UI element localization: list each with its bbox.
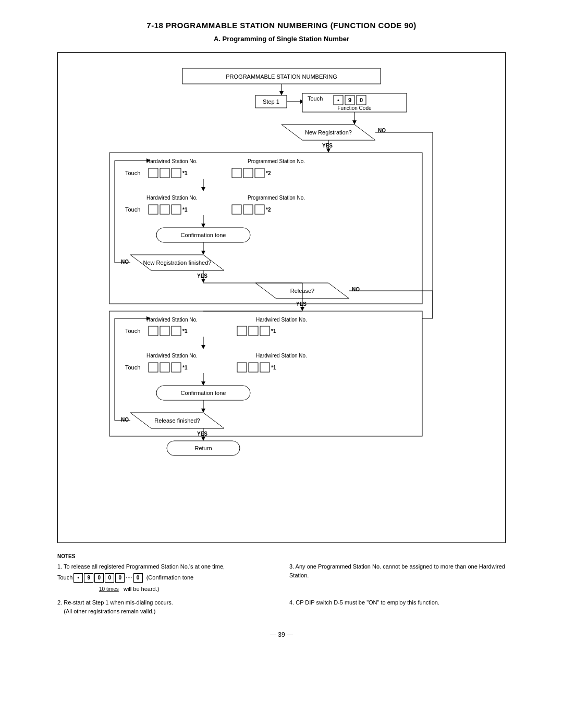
note1-key-0a: 0	[94, 573, 104, 583]
svg-text:Touch: Touch	[125, 170, 140, 176]
svg-text:0: 0	[360, 97, 363, 103]
svg-rect-50	[255, 205, 264, 214]
svg-marker-118	[201, 437, 205, 441]
note1-key-0b: 0	[105, 573, 114, 583]
svg-rect-86	[237, 326, 247, 336]
svg-text:*2: *2	[266, 170, 271, 176]
svg-text:Hardwired Station No.: Hardwired Station No.	[256, 317, 307, 323]
svg-text:*1: *1	[182, 170, 188, 176]
svg-rect-101	[260, 363, 270, 372]
svg-marker-77	[300, 307, 304, 311]
svg-text:Programmed Station No.: Programmed Station No.	[248, 158, 305, 164]
svg-rect-96	[160, 363, 169, 372]
note-4: 4. CP DIP switch D-5 must be "ON" to emp…	[289, 598, 506, 615]
svg-text:Hardwired Station No.: Hardwired Station No.	[146, 317, 198, 323]
svg-text:Hardwired Station No.: Hardwired Station No.	[256, 353, 307, 359]
svg-rect-35	[232, 168, 241, 178]
svg-rect-95	[149, 363, 158, 372]
svg-rect-100	[249, 363, 258, 372]
svg-rect-32	[160, 168, 169, 178]
svg-text:YES: YES	[197, 273, 207, 279]
svg-rect-31	[149, 168, 158, 178]
note1-key-0c: 0	[115, 573, 125, 583]
svg-text:Touch: Touch	[125, 206, 140, 213]
note2-text: 2. Re-start at Step 1 when mis-dialing o…	[57, 599, 173, 614]
note1-key-bullet: •	[74, 573, 83, 583]
svg-text:*1: *1	[182, 328, 188, 334]
svg-text:Release finished?: Release finished?	[154, 417, 200, 424]
note1-will-be: will be heard.)	[124, 586, 159, 592]
page-subtitle: A. Programming of Single Station Number	[31, 35, 532, 43]
note1-conf	[144, 573, 145, 582]
svg-text:YES: YES	[322, 143, 333, 149]
flowchart-svg: PROGRAMMABLE STATION NUMBERING Step 1 To…	[78, 63, 485, 532]
page-number: — 39 —	[31, 631, 532, 638]
svg-text:*1: *1	[271, 328, 276, 334]
svg-rect-37	[255, 168, 264, 178]
note1-key-0d: 0	[133, 573, 143, 583]
note1-dots: ····	[126, 573, 132, 582]
svg-rect-97	[172, 363, 181, 372]
svg-rect-48	[232, 205, 241, 214]
svg-rect-88	[260, 326, 270, 336]
note1-key-9: 9	[84, 573, 93, 583]
note3-text: 3. Any one Programmed Station No. cannot…	[289, 563, 505, 578]
svg-rect-87	[249, 326, 258, 336]
note1-text: 1. To release all registered Programmed …	[57, 563, 225, 570]
note1-touch-label: Touch	[57, 573, 72, 582]
note-1: 1. To release all registered Programmed …	[57, 562, 274, 593]
svg-text:Hardwired Station No.: Hardwired Station No.	[146, 158, 198, 164]
svg-rect-49	[243, 205, 253, 214]
svg-text:YES: YES	[197, 431, 207, 437]
svg-text:New Registration?: New Registration?	[305, 129, 352, 135]
svg-text:PROGRAMMABLE STATION NUMBERING: PROGRAMMABLE STATION NUMBERING	[226, 73, 337, 80]
svg-rect-36	[243, 168, 253, 178]
svg-text:YES: YES	[296, 301, 307, 307]
svg-text:•: •	[337, 97, 339, 103]
svg-text:Return: Return	[194, 445, 212, 451]
svg-text:*2: *2	[266, 207, 271, 213]
svg-text:NO: NO	[121, 259, 129, 265]
page-title: 7-18 PROGRAMMABLE STATION NUMBERING (FUN…	[31, 21, 532, 30]
svg-text:Function Code: Function Code	[337, 105, 371, 111]
svg-text:Step 1: Step 1	[263, 98, 279, 105]
svg-rect-45	[160, 205, 169, 214]
svg-rect-33	[172, 168, 181, 178]
note-2: 2. Re-start at Step 1 when mis-dialing o…	[57, 598, 274, 615]
svg-text:Hardwired Station No.: Hardwired Station No.	[146, 195, 198, 201]
note1-conf2: 10 times will be heard.)	[99, 585, 274, 594]
svg-text:9: 9	[348, 97, 351, 103]
svg-rect-44	[149, 205, 158, 214]
svg-text:Programmed Station No.: Programmed Station No.	[248, 195, 305, 201]
note1-conf-text: (Confirmation tone	[146, 573, 194, 582]
svg-text:Confirmation tone: Confirmation tone	[181, 232, 226, 238]
svg-text:NO: NO	[352, 287, 360, 292]
svg-text:*1: *1	[182, 207, 188, 213]
svg-text:Confirmation tone: Confirmation tone	[181, 390, 226, 396]
diagram-container: PROGRAMMABLE STATION NUMBERING Step 1 To…	[57, 52, 506, 543]
note1-touch-row: Touch • 9 0 0 0 ···· 0 (Confirmation ton…	[57, 573, 274, 583]
note4-text: 4. CP DIP switch D-5 must be "ON" to emp…	[289, 599, 439, 606]
svg-text:Hardwired Station No.: Hardwired Station No.	[146, 353, 198, 359]
svg-text:New Registration finished?: New Registration finished?	[143, 260, 212, 266]
notes-section: NOTES 1. To release all registered Progr…	[57, 553, 506, 615]
svg-marker-18	[352, 120, 357, 125]
svg-text:Touch: Touch	[308, 95, 323, 102]
svg-text:Touch: Touch	[125, 328, 140, 334]
svg-text:*1: *1	[271, 365, 276, 371]
svg-text:*1: *1	[182, 365, 188, 371]
svg-text:NO: NO	[121, 417, 129, 423]
notes-grid: 1. To release all registered Programmed …	[57, 562, 506, 615]
svg-rect-84	[172, 326, 181, 336]
svg-rect-46	[172, 205, 181, 214]
svg-marker-26	[326, 149, 331, 153]
note-3: 3. Any one Programmed Station No. cannot…	[289, 562, 506, 593]
svg-rect-99	[237, 363, 247, 372]
svg-rect-83	[160, 326, 169, 336]
note1-undertimes: 10 times	[99, 586, 119, 592]
svg-marker-3	[279, 91, 284, 95]
notes-title: NOTES	[57, 553, 506, 559]
svg-rect-82	[149, 326, 158, 336]
svg-text:Touch: Touch	[125, 364, 140, 371]
